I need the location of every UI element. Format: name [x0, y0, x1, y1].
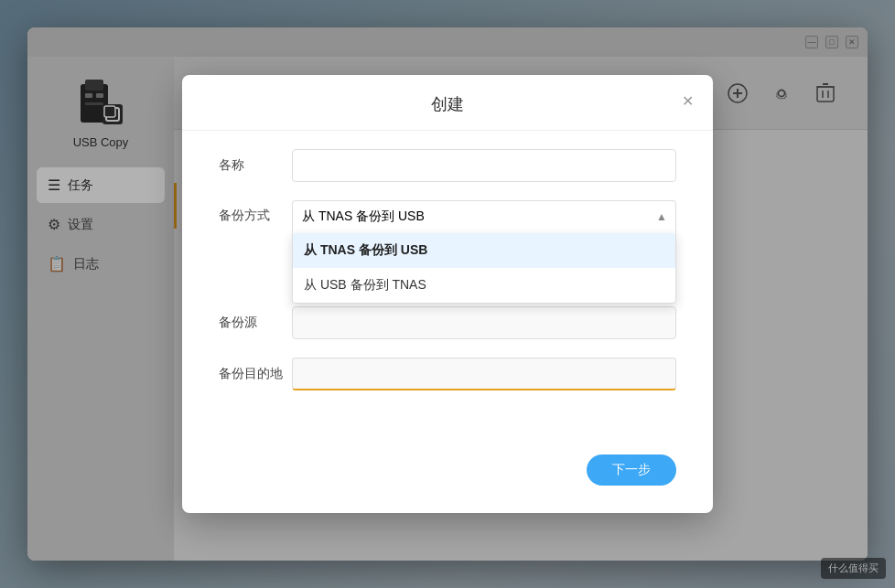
create-modal: 创建 ✕ 各称 备份方式 从 TNAS 备份到 USB ▲ 从 T	[182, 75, 713, 513]
modal-footer: 下一步	[182, 436, 713, 486]
backup-method-select[interactable]: 从 TNAS 备份到 USB ▲	[292, 200, 676, 233]
modal-body: 各称 备份方式 从 TNAS 备份到 USB ▲ 从 TNAS 备份到 USB …	[182, 140, 713, 418]
modal-overlay: 创建 ✕ 各称 备份方式 从 TNAS 备份到 USB ▲ 从 T	[0, 0, 895, 588]
name-input[interactable]	[292, 149, 676, 182]
backup-dest-select[interactable]	[292, 358, 676, 390]
backup-dest-row: 备份目的地	[219, 358, 676, 390]
backup-dest-select-wrapper	[292, 358, 676, 390]
backup-method-row: 备份方式 从 TNAS 备份到 USB ▲ 从 TNAS 备份到 USB 从 U…	[219, 200, 676, 233]
backup-source-select-wrapper	[292, 306, 676, 339]
backup-source-row: 备份源	[219, 306, 676, 339]
backup-dest-label: 备份目的地	[219, 366, 292, 382]
backup-source-select[interactable]	[292, 306, 676, 339]
backup-method-selected-value: 从 TNAS 备份到 USB	[302, 208, 425, 225]
chevron-up-icon: ▲	[656, 210, 667, 223]
modal-title: 创建	[431, 93, 464, 115]
dropdown-option-tnas-to-usb[interactable]: 从 TNAS 备份到 USB	[293, 233, 675, 268]
backup-method-dropdown: 从 TNAS 备份到 USB 从 USB 备份到 TNAS	[292, 233, 676, 304]
name-label: 各称	[219, 157, 292, 174]
backup-method-select-wrapper: 从 TNAS 备份到 USB ▲ 从 TNAS 备份到 USB 从 USB 备份…	[292, 200, 676, 233]
backup-method-label: 备份方式	[219, 208, 292, 224]
backup-source-label: 备份源	[219, 315, 292, 331]
name-row: 各称	[219, 149, 676, 182]
next-step-button[interactable]: 下一步	[587, 454, 676, 486]
modal-close-button[interactable]: ✕	[676, 90, 698, 112]
dropdown-option-usb-to-tnas[interactable]: 从 USB 备份到 TNAS	[293, 268, 675, 303]
modal-header: 创建 ✕	[182, 75, 713, 131]
